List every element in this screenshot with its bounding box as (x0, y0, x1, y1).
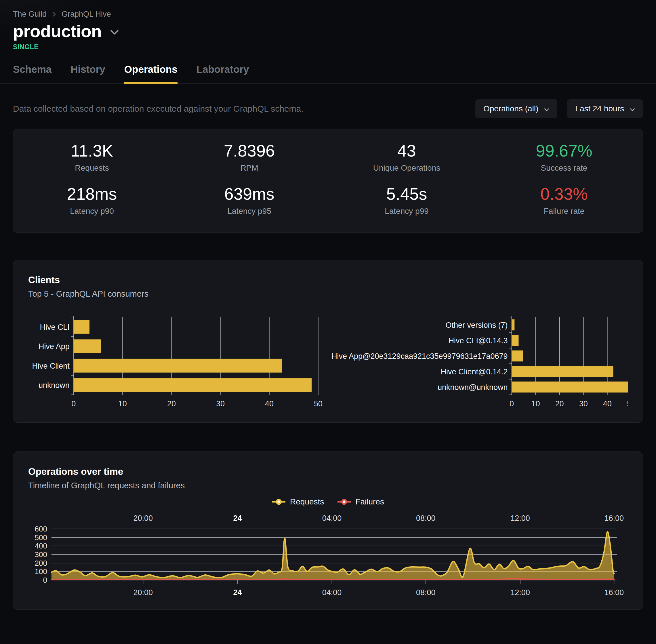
chevron-right-icon (52, 11, 56, 18)
breadcrumb-org[interactable]: The Guild (13, 10, 47, 19)
page-title: production (13, 22, 101, 40)
breadcrumb: The Guild GraphQL Hive (13, 10, 643, 19)
svg-text:30: 30 (216, 399, 225, 408)
svg-text:20:00: 20:00 (133, 588, 153, 597)
svg-text:20: 20 (555, 399, 564, 408)
stat-unique-operations: 43 Unique Operations (328, 142, 485, 172)
svg-text:12:00: 12:00 (510, 588, 530, 597)
svg-text:08:00: 08:00 (416, 514, 435, 523)
svg-text:24: 24 (233, 588, 242, 597)
breadcrumb-project[interactable]: GraphQL Hive (62, 10, 111, 19)
target-type-badge: SINGLE (13, 43, 643, 51)
operations-over-time-panel: Operations over time Timeline of GraphQL… (13, 452, 643, 610)
page-description: Data collected based on operation execut… (13, 104, 304, 114)
time-range-dropdown[interactable]: Last 24 hours (567, 99, 643, 118)
filters: Operations (all) Last 24 hours (475, 99, 643, 118)
svg-text:200: 200 (35, 558, 47, 567)
stat-label: Latency p99 (328, 207, 485, 216)
stat-label: Unique Operations (328, 163, 485, 172)
stat-success-rate: 99.67% Success rate (485, 142, 643, 172)
tab-history[interactable]: History (70, 64, 105, 84)
operations-filter-dropdown[interactable]: Operations (all) (475, 99, 557, 118)
stat-value: 5.45s (328, 185, 485, 203)
stat-value: 43 (328, 142, 485, 160)
clients-panel-subtitle: Top 5 - GraphQL API consumers (28, 289, 628, 299)
svg-text:20: 20 (167, 399, 176, 408)
stat-label: Latency p95 (171, 207, 328, 216)
requests-legend-marker-icon (272, 499, 286, 505)
clients-panel-title: Clients (28, 275, 628, 285)
svg-text:unknown@unknown: unknown@unknown (438, 383, 508, 392)
svg-text:Hive Client@0.14.2: Hive Client@0.14.2 (441, 367, 508, 376)
svg-text:Hive CLI@0.14.3: Hive CLI@0.14.3 (449, 337, 508, 345)
svg-text:10: 10 (118, 399, 127, 408)
chevron-down-icon (630, 104, 635, 113)
stat-value: 99.67% (485, 142, 643, 160)
stat-latency-p99: 5.45s Latency p99 (328, 185, 485, 216)
svg-text:0: 0 (510, 399, 514, 408)
svg-text:40: 40 (265, 399, 274, 408)
stat-value: 11.3K (13, 142, 171, 160)
svg-text:24: 24 (233, 514, 242, 523)
stat-value: 0.33% (485, 185, 643, 203)
clients-charts-row: Hive CLIHive AppHive Clientunknown010203… (28, 314, 628, 410)
time-range-label: Last 24 hours (575, 104, 624, 113)
failures-legend-marker-icon (337, 499, 351, 505)
svg-text:50: 50 (627, 399, 628, 408)
legend-label: Failures (355, 497, 384, 506)
stat-label: Requests (13, 163, 171, 172)
timeline-legend: Requests Failures (13, 497, 643, 506)
svg-text:12:00: 12:00 (510, 514, 530, 523)
stat-value: 218ms (13, 185, 171, 203)
svg-text:10: 10 (532, 399, 540, 408)
clients-panel: Clients Top 5 - GraphQL API consumers Hi… (13, 260, 643, 423)
stat-label: Latency p90 (13, 207, 171, 216)
stat-label: RPM (171, 163, 328, 172)
timeline-chart[interactable]: 010020030040050060020:0020:00242404:0004… (13, 510, 643, 601)
stat-rpm: 7.8396 RPM (171, 142, 328, 172)
ops-panel-title: Operations over time (28, 466, 628, 477)
chevron-down-icon[interactable] (110, 29, 119, 36)
stat-label: Success rate (485, 163, 643, 172)
svg-text:Other versions (7): Other versions (7) (446, 321, 508, 329)
ops-panel-subtitle: Timeline of GraphQL requests and failure… (28, 481, 628, 490)
operations-filter-label: Operations (all) (483, 104, 538, 113)
svg-text:Hive CLI: Hive CLI (40, 323, 69, 331)
page-header: The Guild GraphQL Hive production SINGLE (0, 0, 656, 51)
tab-bar: Schema History Operations Laboratory (0, 64, 656, 84)
svg-text:Hive App@20e3129caa921c35e9979: Hive App@20e3129caa921c35e9979631e17a067… (331, 352, 508, 361)
stat-latency-p90: 218ms Latency p90 (13, 185, 171, 216)
toolbar: Data collected based on operation execut… (13, 99, 643, 118)
tab-operations[interactable]: Operations (124, 64, 178, 84)
svg-text:600: 600 (35, 525, 47, 533)
tab-laboratory[interactable]: Laboratory (196, 64, 249, 84)
chevron-down-icon (544, 104, 549, 113)
svg-text:unknown: unknown (39, 381, 70, 390)
svg-text:08:00: 08:00 (416, 588, 435, 597)
svg-text:30: 30 (579, 399, 588, 408)
stat-label: Failure rate (485, 207, 643, 216)
legend-item-failures[interactable]: Failures (337, 497, 384, 506)
tab-schema[interactable]: Schema (13, 64, 51, 84)
stat-value: 639ms (171, 185, 328, 203)
svg-text:16:00: 16:00 (605, 514, 624, 523)
svg-text:300: 300 (35, 550, 47, 559)
svg-text:Hive Client: Hive Client (32, 362, 70, 370)
svg-text:16:00: 16:00 (605, 588, 624, 597)
svg-text:100: 100 (35, 567, 47, 576)
svg-text:50: 50 (314, 399, 323, 408)
clients-versions-bar-chart[interactable]: Other versions (7)Hive CLI@0.14.3Hive Ap… (328, 314, 628, 410)
svg-text:0: 0 (71, 399, 76, 408)
stat-latency-p95: 639ms Latency p95 (171, 185, 328, 216)
legend-item-requests[interactable]: Requests (272, 497, 324, 506)
svg-text:Hive App: Hive App (39, 342, 70, 351)
clients-bar-chart[interactable]: Hive CLIHive AppHive Clientunknown010203… (28, 314, 328, 410)
stats-summary-panel: 11.3K Requests 7.8396 RPM 43 Unique Oper… (13, 129, 643, 233)
svg-text:04:00: 04:00 (322, 588, 342, 597)
operations-dashboard-page: The Guild GraphQL Hive production SINGLE… (0, 0, 656, 644)
stat-requests: 11.3K Requests (13, 142, 171, 172)
stat-failure-rate: 0.33% Failure rate (485, 185, 643, 216)
svg-text:0: 0 (43, 576, 47, 584)
svg-text:40: 40 (603, 399, 612, 408)
svg-text:500: 500 (35, 533, 47, 542)
